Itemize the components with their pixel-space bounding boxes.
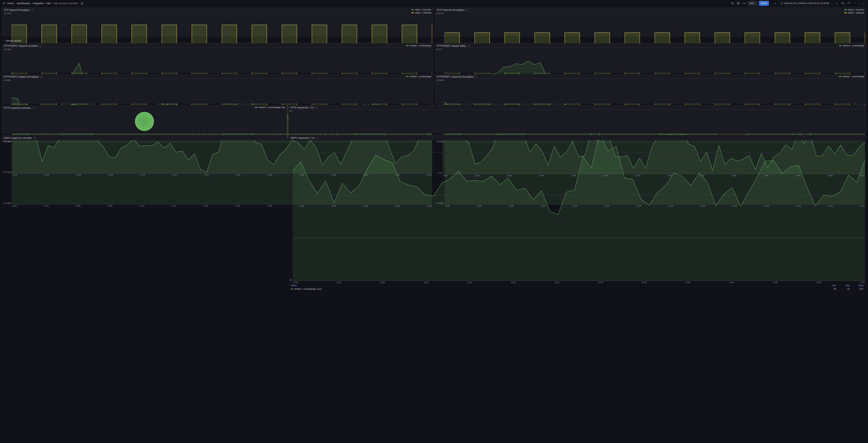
legend-item[interactable]: reviews <- productpage	[406, 44, 431, 47]
table-cell-min: 38	[822, 288, 836, 290]
table-cell-mean: 45.7	[850, 288, 864, 290]
collapse-button[interactable]	[861, 1, 866, 6]
panel-title: GRPC responses / 1m	[290, 137, 315, 139]
refresh-interval-dropdown[interactable]	[852, 1, 857, 6]
table-header-name[interactable]: Name	[291, 284, 822, 287]
time-range-label: 2024-01-24 11:50:00 to 2024-01-24 12:59:…	[784, 2, 829, 4]
menu-toggle-button[interactable]	[2, 1, 6, 5]
panel-title: HTTP/GRPC request throughput	[4, 75, 39, 78]
info-icon[interactable]	[466, 8, 469, 11]
breadcrumb-integration-istio[interactable]: Integration - Istio	[33, 2, 51, 5]
table-header-mean[interactable]: Mean	[850, 284, 864, 287]
panel-title: HTTP/GRPC request delay	[437, 44, 466, 47]
panel-legend: reviews -> productpage: (ok)	[255, 106, 285, 109]
legend-label: reviews -> productpage: (ok)	[259, 106, 285, 109]
breadcrumb-home[interactable]: Home	[7, 2, 14, 5]
panel-http-response-overview[interactable]: HTTP response overview reviews -> produc…	[2, 105, 287, 134]
panel-http-responses-1m[interactable]: HTTP responses / 1m 50 40 11:5011:5512:0…	[288, 105, 866, 134]
panel-title: HTTP/GRPC response throughput	[437, 75, 473, 78]
breadcrumb-sep: ›	[52, 2, 53, 5]
info-icon[interactable]	[467, 44, 470, 47]
breadcrumb-current: Istio services overview	[54, 2, 78, 5]
table-row[interactable]: reviews -> productpage: (2xx) 38 51 45.7	[291, 287, 864, 291]
table-header-min[interactable]: Min	[822, 284, 836, 287]
chevron-down-icon	[754, 2, 756, 4]
info-icon[interactable]	[31, 8, 34, 11]
legend-label: reviews -> productpage	[843, 75, 864, 78]
breadcrumb-dashboards[interactable]: Dashboards	[17, 2, 30, 5]
refresh-button[interactable]	[846, 1, 851, 6]
time-range-picker[interactable]: 2024-01-24 11:50:00 to 2024-01-24 12:59:…	[779, 1, 834, 6]
breadcrumb: Home › Dashboards › Integration - Istio …	[7, 2, 78, 5]
legend-label: sleep -> unknown	[415, 12, 431, 14]
panel-legend: reviews <- productpage	[839, 44, 864, 47]
legend-item[interactable]: reviews -> productpage	[839, 75, 864, 78]
legend-item[interactable]: reviews <- productpage	[839, 44, 864, 47]
info-icon[interactable]	[475, 75, 478, 78]
share-button-label: Share	[761, 2, 767, 4]
panel-legend: sleep <- tcp-echo sleep <- unknown	[844, 8, 864, 14]
panel-http-grpc-requests-received[interactable]: HTTP/GRPC requests received reviews <- p…	[2, 43, 433, 73]
panel-title: TCP response throughput	[437, 8, 464, 11]
info-icon[interactable]	[316, 137, 319, 139]
svg-point-2	[744, 3, 745, 4]
panel-grpc-response-overview[interactable]: GRPC response overview	[2, 135, 287, 140]
panel-legend: reviews <- productpage	[406, 44, 431, 47]
legend-item[interactable]: sleep -> tcp-echo	[411, 8, 431, 11]
panel-title: HTTP/GRPC requests received	[4, 44, 37, 47]
legend-item[interactable]: sleep <- unknown	[844, 12, 864, 14]
save-dashboard-icon[interactable]	[736, 1, 741, 6]
info-icon[interactable]	[40, 75, 43, 78]
panel-legend: sleep -> tcp-echo sleep -> unknown	[411, 8, 431, 14]
pie-slice-ok	[135, 112, 154, 131]
y-axis: 1.25 kB/s 1.20 kB/s 1.15 kB/s	[3, 78, 12, 207]
info-icon[interactable]	[32, 106, 35, 109]
legend-item[interactable]: reviews <- productpage	[406, 75, 431, 78]
panel-tcp-request-throughput[interactable]: TCP request throughput sleep -> tcp-echo…	[2, 7, 433, 37]
breadcrumb-sep: ›	[31, 2, 32, 5]
legend-item[interactable]: sleep <- tcp-echo	[844, 8, 864, 11]
star-favorite-button[interactable]	[80, 1, 85, 6]
legend-label: sleep -> tcp-echo	[415, 8, 431, 11]
share-button[interactable]: Share	[759, 1, 769, 6]
panel-grpc-responses-1m[interactable]: GRPC responses / 1m	[288, 135, 866, 140]
panel-tcp-response-throughput[interactable]: TCP response throughput sleep <- tcp-ech…	[435, 7, 866, 37]
zoom-out-button[interactable]	[840, 1, 845, 6]
time-next-button[interactable]	[835, 1, 839, 6]
table-header-max[interactable]: Max	[836, 284, 850, 287]
panel-legend: reviews -> productpage	[839, 75, 864, 78]
breadcrumb-sep: ›	[15, 2, 16, 5]
info-icon[interactable]	[39, 44, 42, 47]
legend-label: sleep <- tcp-echo	[848, 8, 864, 11]
pie-chart[interactable]	[3, 110, 286, 133]
add-button[interactable]: Add	[748, 1, 758, 6]
toolbar-divider	[771, 1, 771, 5]
panel-title: HTTP responses / 1m	[290, 106, 314, 109]
legend-table: Name Min Max Mean reviews -> productpage…	[289, 284, 865, 292]
panel-http-grpc-request-delay[interactable]: HTTP/GRPC request delay reviews <- produ…	[435, 43, 866, 73]
dashboard-content: TCP request throughput sleep -> tcp-echo…	[0, 7, 868, 156]
panel-title: HTTP response overview	[4, 106, 31, 109]
settings-gear-icon[interactable]	[742, 1, 747, 6]
clock-icon	[781, 2, 783, 4]
legend-item[interactable]: reviews -> productpage: (ok)	[255, 106, 285, 109]
add-button-label: Add	[750, 2, 753, 4]
info-icon[interactable]	[315, 106, 318, 109]
table-cell-max: 51	[836, 288, 850, 290]
top-bar: Home › Dashboards › Integration - Istio …	[0, 0, 868, 7]
chevron-down-icon	[830, 2, 832, 4]
info-icon[interactable]	[33, 137, 36, 139]
time-prev-button[interactable]	[773, 1, 778, 6]
panel-http-grpc-response-throughput[interactable]: HTTP/GRPC response throughput reviews ->…	[435, 74, 866, 104]
legend-label: reviews <- productpage	[410, 75, 431, 78]
panel-title: GRPC response overview	[4, 137, 32, 139]
x-axis: 11:5011:5512:0012:0512:1012:1512:2012:25…	[292, 281, 865, 284]
legend-label: sleep <- unknown	[848, 12, 864, 14]
svg-rect-1	[737, 2, 739, 4]
panel-http-grpc-request-throughput[interactable]: HTTP/GRPC request throughput reviews <- …	[2, 74, 433, 104]
help-icon[interactable]	[730, 1, 735, 6]
legend-label: reviews <- productpage	[410, 44, 431, 47]
legend-item[interactable]: sleep -> unknown	[411, 12, 431, 14]
legend-label: reviews <- productpage	[843, 44, 864, 47]
table-cell-name: reviews -> productpage: (2xx)	[291, 288, 822, 290]
